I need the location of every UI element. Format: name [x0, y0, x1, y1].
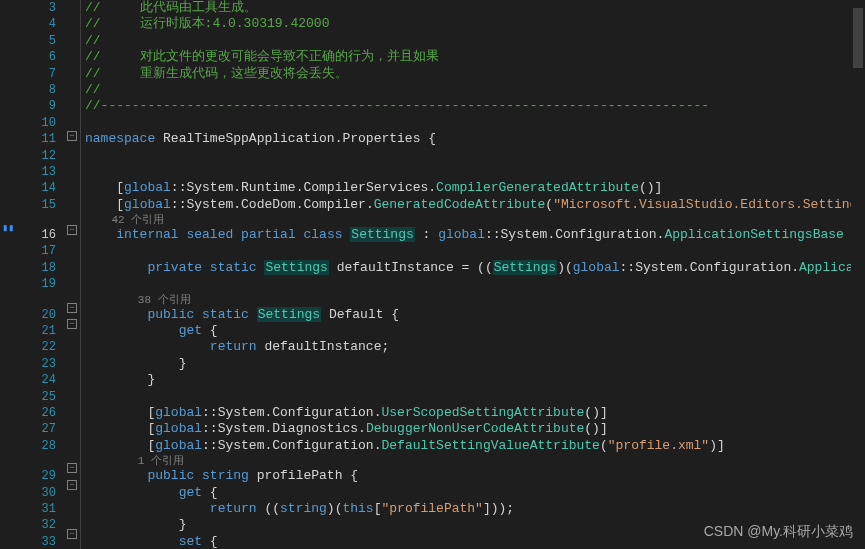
code-line[interactable]: // 运行时版本:4.0.30319.42000: [81, 16, 865, 32]
code-line[interactable]: [81, 115, 865, 131]
line-number[interactable]: 26: [18, 405, 56, 421]
line-number[interactable]: 11: [18, 131, 56, 147]
code-line[interactable]: [81, 164, 865, 180]
code-line[interactable]: return defaultInstance;: [81, 339, 865, 355]
line-number[interactable]: 10: [18, 115, 56, 131]
code-line[interactable]: [81, 148, 865, 164]
code-line[interactable]: [81, 243, 865, 259]
line-number[interactable]: 6: [18, 49, 56, 65]
marker-margin: ▮▮: [0, 0, 18, 549]
line-number[interactable]: 16: [18, 227, 56, 243]
line-number[interactable]: 25: [18, 389, 56, 405]
fold-toggle-icon[interactable]: −: [67, 463, 77, 473]
code-line[interactable]: get {: [81, 323, 865, 339]
line-number[interactable]: 4: [18, 16, 56, 32]
line-number[interactable]: 17: [18, 243, 56, 259]
code-line[interactable]: [global::System.Configuration.DefaultSet…: [81, 438, 865, 454]
code-line[interactable]: namespace RealTimeSppApplication.Propert…: [81, 131, 865, 147]
line-number[interactable]: 24: [18, 372, 56, 388]
fold-toggle-icon[interactable]: −: [67, 303, 77, 313]
code-line[interactable]: [81, 276, 865, 292]
code-line[interactable]: [global::System.CodeDom.Compiler.Generat…: [81, 197, 865, 213]
fold-toggle-icon[interactable]: −: [67, 131, 77, 141]
line-number[interactable]: 30: [18, 485, 56, 501]
code-line[interactable]: //: [81, 82, 865, 98]
line-number[interactable]: 21: [18, 323, 56, 339]
line-number[interactable]: 13: [18, 164, 56, 180]
line-number-gutter[interactable]: 3456789101112131415161718192021222324252…: [18, 0, 66, 549]
code-line[interactable]: }: [81, 356, 865, 372]
code-line[interactable]: //--------------------------------------…: [81, 98, 865, 114]
line-number[interactable]: 19: [18, 276, 56, 292]
codelens-references[interactable]: 38 个引用: [81, 293, 865, 307]
line-number[interactable]: 27: [18, 421, 56, 437]
fold-toggle-icon[interactable]: −: [67, 480, 77, 490]
fold-toggle-icon[interactable]: −: [67, 319, 77, 329]
line-number[interactable]: 5: [18, 33, 56, 49]
code-line[interactable]: get {: [81, 485, 865, 501]
reference-marker-icon[interactable]: ▮▮: [2, 222, 16, 236]
code-line[interactable]: [global::System.Configuration.UserScoped…: [81, 405, 865, 421]
line-number[interactable]: 29: [18, 468, 56, 484]
code-line[interactable]: // 重新生成代码，这些更改将会丢失。: [81, 66, 865, 82]
line-number[interactable]: 15: [18, 197, 56, 213]
code-line[interactable]: //: [81, 33, 865, 49]
scrollbar-thumb[interactable]: [853, 8, 863, 68]
line-number[interactable]: 14: [18, 180, 56, 196]
watermark-text: CSDN @My.科研小菜鸡: [704, 523, 853, 541]
line-number[interactable]: 18: [18, 260, 56, 276]
line-number[interactable]: 23: [18, 356, 56, 372]
line-number[interactable]: 12: [18, 148, 56, 164]
fold-margin[interactable]: −−−−−−−: [66, 0, 80, 549]
line-number[interactable]: 8: [18, 82, 56, 98]
code-editor: ▮▮ 3456789101112131415161718192021222324…: [0, 0, 865, 549]
vertical-scrollbar[interactable]: [851, 0, 865, 549]
code-line[interactable]: // 对此文件的更改可能会导致不正确的行为，并且如果: [81, 49, 865, 65]
line-number[interactable]: 28: [18, 438, 56, 454]
line-number[interactable]: 22: [18, 339, 56, 355]
code-line[interactable]: internal sealed partial class Settings :…: [81, 227, 865, 243]
line-number[interactable]: 33: [18, 534, 56, 549]
codelens-references[interactable]: 1 个引用: [81, 454, 865, 468]
line-number[interactable]: 32: [18, 517, 56, 533]
codelens-references[interactable]: 42 个引用: [81, 213, 865, 227]
code-line[interactable]: public string profilePath {: [81, 468, 865, 484]
code-line[interactable]: private static Settings defaultInstance …: [81, 260, 865, 276]
code-line[interactable]: // 此代码由工具生成。: [81, 0, 865, 16]
code-line[interactable]: return ((string)(this["profilePath"]));: [81, 501, 865, 517]
line-number[interactable]: 7: [18, 66, 56, 82]
code-line[interactable]: }: [81, 372, 865, 388]
fold-toggle-icon[interactable]: −: [67, 225, 77, 235]
line-number[interactable]: 3: [18, 0, 56, 16]
line-number[interactable]: 31: [18, 501, 56, 517]
code-line[interactable]: [global::System.Runtime.CompilerServices…: [81, 180, 865, 196]
code-content[interactable]: // 此代码由工具生成。// 运行时版本:4.0.30319.42000////…: [80, 0, 865, 549]
fold-toggle-icon[interactable]: −: [67, 529, 77, 539]
code-line[interactable]: public static Settings Default {: [81, 307, 865, 323]
line-number[interactable]: 9: [18, 98, 56, 114]
code-line[interactable]: [global::System.Diagnostics.DebuggerNonU…: [81, 421, 865, 437]
code-line[interactable]: [81, 389, 865, 405]
line-number[interactable]: 20: [18, 307, 56, 323]
